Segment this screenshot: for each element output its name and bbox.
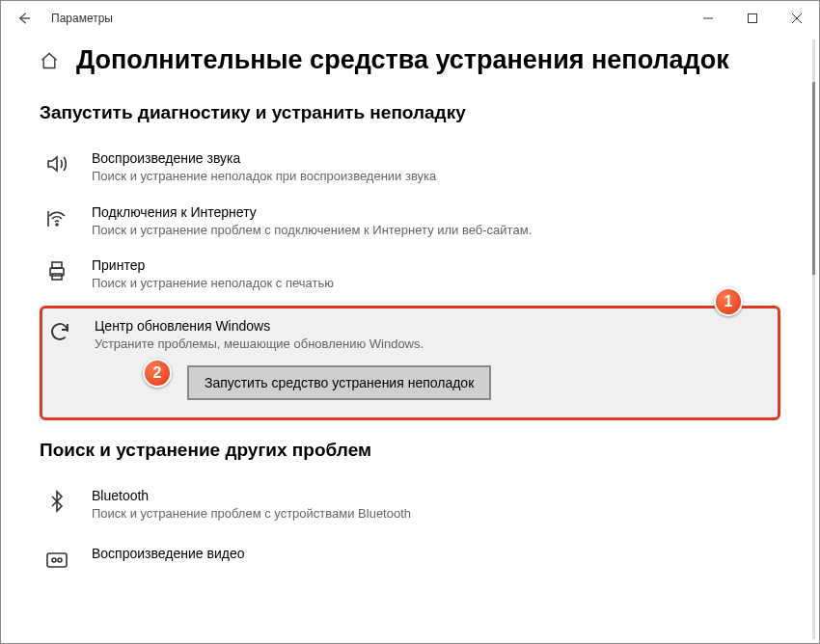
section2-title: Поиск и устранение других проблем <box>40 440 780 461</box>
troubleshooter-printer[interactable]: Принтер Поиск и устранение неполадок с п… <box>40 248 780 302</box>
titlebar: Параметры <box>1 1 819 36</box>
speaker-icon <box>40 150 74 175</box>
item-title: Воспроизведение звука <box>92 150 773 166</box>
home-icon[interactable] <box>40 51 59 70</box>
item-desc: Поиск и устранение проблем с подключение… <box>92 222 773 239</box>
svg-rect-8 <box>52 274 62 280</box>
item-desc: Поиск и устранение неполадок при воспрои… <box>92 168 773 185</box>
troubleshooter-windows-update[interactable]: Центр обновления Windows Устраните пробл… <box>42 314 770 359</box>
page-header: Дополнительные средства устранения непол… <box>40 45 780 75</box>
window-controls <box>686 3 819 34</box>
section1-title: Запустить диагностику и устранить непола… <box>40 102 780 123</box>
item-desc: Устраните проблемы, мешающие обновлению … <box>95 335 762 353</box>
item-title: Центр обновления Windows <box>95 318 762 334</box>
back-button[interactable] <box>13 7 36 30</box>
page-title: Дополнительные средства устранения непол… <box>76 45 729 75</box>
item-title: Bluetooth <box>92 488 773 503</box>
troubleshooter-video[interactable]: Воспроизведение видео <box>40 536 780 580</box>
item-title: Подключения к Интернету <box>92 204 773 220</box>
printer-icon <box>40 257 74 282</box>
item-title: Принтер <box>92 257 773 273</box>
window-title: Параметры <box>51 12 113 25</box>
wifi-icon <box>40 204 74 229</box>
content-area: Дополнительные средства устранения непол… <box>1 36 819 643</box>
annotation-1: 1 <box>714 287 743 316</box>
scrollbar-thumb[interactable] <box>812 82 815 275</box>
highlight-box: 1 2 Центр обновления Windows Устраните п… <box>40 306 780 421</box>
video-icon <box>40 546 74 571</box>
svg-point-4 <box>56 224 58 226</box>
troubleshooter-audio[interactable]: Воспроизведение звука Поиск и устранение… <box>40 141 780 195</box>
update-icon <box>42 318 77 343</box>
item-title: Воспроизведение видео <box>92 546 773 561</box>
svg-rect-7 <box>52 262 62 268</box>
minimize-button[interactable] <box>686 3 730 34</box>
svg-point-11 <box>58 558 62 562</box>
annotation-2: 2 <box>143 359 172 388</box>
svg-point-10 <box>52 558 56 562</box>
bluetooth-icon <box>40 488 74 513</box>
troubleshooter-bluetooth[interactable]: Bluetooth Поиск и устранение проблем с у… <box>40 478 780 532</box>
item-desc: Поиск и устранение неполадок с печатью <box>92 275 773 292</box>
troubleshooter-internet[interactable]: Подключения к Интернету Поиск и устранен… <box>40 195 780 249</box>
svg-rect-9 <box>47 553 67 567</box>
maximize-button[interactable] <box>730 3 775 34</box>
scrollbar[interactable] <box>812 40 815 639</box>
run-troubleshooter-button[interactable]: Запустить средство устранения неполадок <box>187 365 491 400</box>
item-desc: Поиск и устранение проблем с устройствам… <box>92 505 773 523</box>
close-button[interactable] <box>775 3 819 34</box>
svg-rect-1 <box>749 14 757 23</box>
